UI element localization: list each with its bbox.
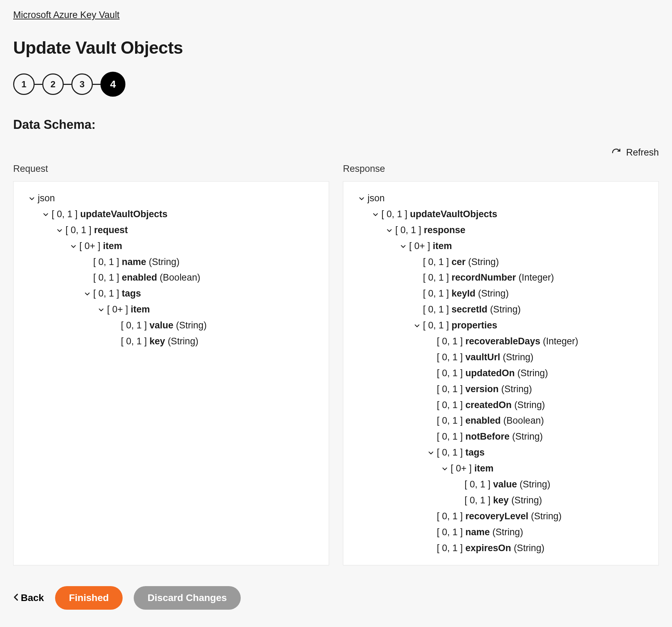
step-1[interactable]: 1	[13, 73, 35, 95]
chevron-down-icon[interactable]	[414, 323, 420, 329]
tree-node-label: [ 0, 1 ] recordNumber (Integer)	[423, 270, 554, 286]
step-connector	[93, 84, 100, 85]
tree-node-label: [ 0, 1 ] expiresOn (String)	[437, 540, 545, 556]
tree-row: [ 0, 1 ] vaultUrl (String)	[352, 350, 650, 365]
tree-node-label: [ 0, 1 ] recoveryLevel (String)	[437, 509, 562, 524]
tree-node-label: [ 0, 1 ] properties	[423, 318, 497, 334]
tree-row[interactable]: [ 0, 1 ] tags	[352, 445, 650, 461]
chevron-left-icon	[13, 592, 19, 603]
tree-row: [ 0, 1 ] secretId (String)	[352, 302, 650, 318]
chevron-down-icon[interactable]	[70, 243, 77, 249]
footer-actions: Back Finished Discard Changes	[13, 586, 659, 610]
tree-row[interactable]: [ 0, 1 ] updateVaultObjects	[22, 206, 320, 222]
refresh-icon	[611, 148, 621, 158]
chevron-down-icon[interactable]	[428, 450, 434, 456]
tree-node-label: json	[38, 191, 55, 206]
chevron-down-icon[interactable]	[84, 291, 90, 297]
tree-row[interactable]: [ 0+ ] item	[352, 238, 650, 254]
tree-row[interactable]: [ 0, 1 ] properties	[352, 318, 650, 334]
tree-node-label: [ 0, 1 ] updatedOn (String)	[437, 365, 548, 381]
tree-node-label: [ 0, 1 ] key (String)	[465, 493, 542, 509]
chevron-down-icon[interactable]	[386, 227, 392, 233]
tree-row: [ 0, 1 ] updatedOn (String)	[352, 365, 650, 381]
tree-node-label: [ 0, 1 ] value (String)	[465, 477, 550, 493]
tree-node-label: [ 0, 1 ] secretId (String)	[423, 302, 521, 318]
tree-row: [ 0, 1 ] enabled (Boolean)	[22, 270, 320, 286]
chevron-down-icon[interactable]	[359, 195, 365, 202]
request-header: Request	[13, 164, 329, 174]
tree-node-label: [ 0, 1 ] tags	[437, 445, 485, 461]
step-3[interactable]: 3	[71, 73, 93, 95]
chevron-down-icon[interactable]	[43, 211, 49, 218]
tree-node-label: [ 0, 1 ] enabled (Boolean)	[93, 270, 200, 286]
finished-button[interactable]: Finished	[55, 586, 123, 610]
tree-node-label: [ 0, 1 ] key (String)	[121, 334, 198, 350]
tree-node-label: [ 0, 1 ] recoverableDays (Integer)	[437, 334, 578, 350]
tree-row: [ 0, 1 ] notBefore (String)	[352, 429, 650, 445]
tree-row[interactable]: [ 0, 1 ] request	[22, 222, 320, 238]
tree-row: [ 0, 1 ] enabled (Boolean)	[352, 413, 650, 429]
step-connector	[64, 84, 71, 85]
tree-row: [ 0, 1 ] expiresOn (String)	[352, 540, 650, 556]
tree-row[interactable]: [ 0, 1 ] updateVaultObjects	[352, 206, 650, 222]
tree-node-label: [ 0, 1 ] version (String)	[437, 381, 532, 397]
request-schema-box: json[ 0, 1 ] updateVaultObjects[ 0, 1 ] …	[13, 181, 329, 565]
tree-node-label: [ 0, 1 ] cer (String)	[423, 254, 499, 270]
tree-node-label: json	[368, 191, 385, 206]
discard-changes-button[interactable]: Discard Changes	[134, 586, 241, 610]
tree-row: [ 0, 1 ] recordNumber (Integer)	[352, 270, 650, 286]
tree-row: [ 0, 1 ] name (String)	[352, 524, 650, 540]
response-header: Response	[343, 164, 659, 174]
page-title: Update Vault Objects	[13, 38, 659, 58]
response-schema-box: json[ 0, 1 ] updateVaultObjects[ 0, 1 ] …	[343, 181, 659, 565]
tree-row[interactable]: [ 0, 1 ] response	[352, 222, 650, 238]
chevron-down-icon[interactable]	[56, 227, 63, 233]
tree-row: [ 0, 1 ] recoveryLevel (String)	[352, 509, 650, 524]
tree-row: [ 0, 1 ] keyId (String)	[352, 286, 650, 302]
tree-row[interactable]: json	[22, 191, 320, 206]
breadcrumb-link[interactable]: Microsoft Azure Key Vault	[13, 10, 120, 20]
tree-row: [ 0, 1 ] version (String)	[352, 381, 650, 397]
tree-node-label: [ 0, 1 ] updateVaultObjects	[52, 206, 168, 222]
tree-row: [ 0, 1 ] name (String)	[22, 254, 320, 270]
tree-node-label: [ 0, 1 ] name (String)	[437, 524, 523, 540]
tree-row: [ 0, 1 ] value (String)	[352, 477, 650, 493]
tree-row[interactable]: json	[352, 191, 650, 206]
tree-node-label: [ 0, 1 ] value (String)	[121, 318, 207, 334]
tree-row[interactable]: [ 0, 1 ] tags	[22, 286, 320, 302]
refresh-button[interactable]: Refresh	[13, 147, 659, 158]
tree-row: [ 0, 1 ] createdOn (String)	[352, 397, 650, 413]
tree-node-label: [ 0, 1 ] vaultUrl (String)	[437, 350, 533, 365]
back-button-label: Back	[21, 592, 44, 603]
tree-node-label: [ 0, 1 ] request	[65, 222, 128, 238]
tree-row: [ 0, 1 ] key (String)	[22, 334, 320, 350]
chevron-down-icon[interactable]	[442, 466, 448, 472]
tree-node-label: [ 0+ ] item	[451, 461, 494, 477]
chevron-down-icon[interactable]	[400, 243, 406, 249]
tree-node-label: [ 0+ ] item	[107, 302, 150, 318]
tree-node-label: [ 0, 1 ] createdOn (String)	[437, 397, 545, 413]
tree-row[interactable]: [ 0+ ] item	[22, 302, 320, 318]
tree-row: [ 0, 1 ] value (String)	[22, 318, 320, 334]
tree-row: [ 0, 1 ] cer (String)	[352, 254, 650, 270]
chevron-down-icon[interactable]	[372, 211, 379, 218]
tree-node-label: [ 0, 1 ] updateVaultObjects	[381, 206, 497, 222]
step-2[interactable]: 2	[42, 73, 64, 95]
chevron-down-icon[interactable]	[98, 307, 104, 313]
tree-node-label: [ 0+ ] item	[79, 238, 122, 254]
tree-node-label: [ 0+ ] item	[409, 238, 452, 254]
tree-row[interactable]: [ 0+ ] item	[352, 461, 650, 477]
step-4[interactable]: 4	[100, 72, 125, 97]
tree-node-label: [ 0, 1 ] name (String)	[93, 254, 179, 270]
chevron-down-icon[interactable]	[29, 195, 35, 202]
tree-node-label: [ 0, 1 ] tags	[93, 286, 141, 302]
tree-row: [ 0, 1 ] key (String)	[352, 493, 650, 509]
section-heading: Data Schema:	[13, 117, 659, 132]
tree-node-label: [ 0, 1 ] enabled (Boolean)	[437, 413, 544, 429]
refresh-label: Refresh	[626, 147, 659, 158]
back-button[interactable]: Back	[13, 592, 44, 603]
tree-node-label: [ 0, 1 ] notBefore (String)	[437, 429, 543, 445]
tree-node-label: [ 0, 1 ] keyId (String)	[423, 286, 509, 302]
tree-row[interactable]: [ 0+ ] item	[22, 238, 320, 254]
tree-row: [ 0, 1 ] recoverableDays (Integer)	[352, 334, 650, 350]
